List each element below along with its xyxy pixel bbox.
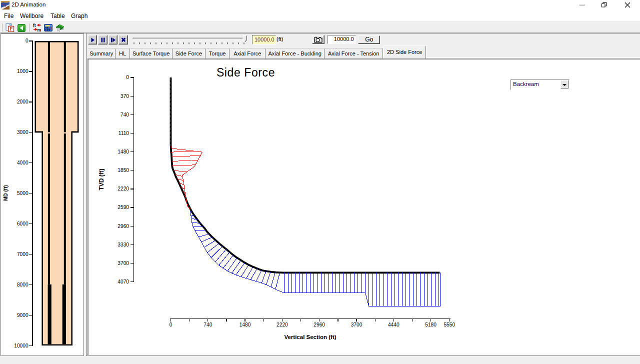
svg-text:P: P — [10, 26, 12, 32]
svg-text:m: m — [38, 28, 42, 32]
svg-text:ft: ft — [33, 24, 36, 28]
